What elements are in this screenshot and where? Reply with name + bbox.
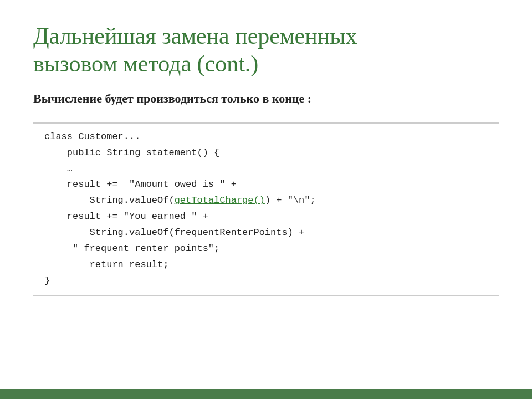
code-line-4: result += "Amount owed is " + [44,177,499,193]
code-line-6: result += "You earned " + [44,209,499,225]
slide: Дальнейшая замена переменныхвызовом мето… [0,0,532,399]
code-line-10: } [44,273,499,289]
code-line-5: String.valueOf(getTotalCharge()) + "\n"; [44,193,499,209]
slide-subtitle: Вычисление будет производиться только в … [33,91,499,106]
code-line-9: return result; [44,257,499,273]
highlighted-method: getTotalCharge() [175,195,265,206]
code-line-8: " frequent renter points"; [44,241,499,257]
code-line-1: class Customer... [44,129,499,145]
bottom-bar [0,389,532,399]
code-line-7: String.valueOf(frequentRenterPoints) + [44,225,499,241]
code-line-3: … [44,161,499,177]
slide-title: Дальнейшая замена переменныхвызовом мето… [33,22,499,78]
code-line-2: public String statement() { [44,145,499,161]
code-block: class Customer... public String statemen… [33,122,499,296]
